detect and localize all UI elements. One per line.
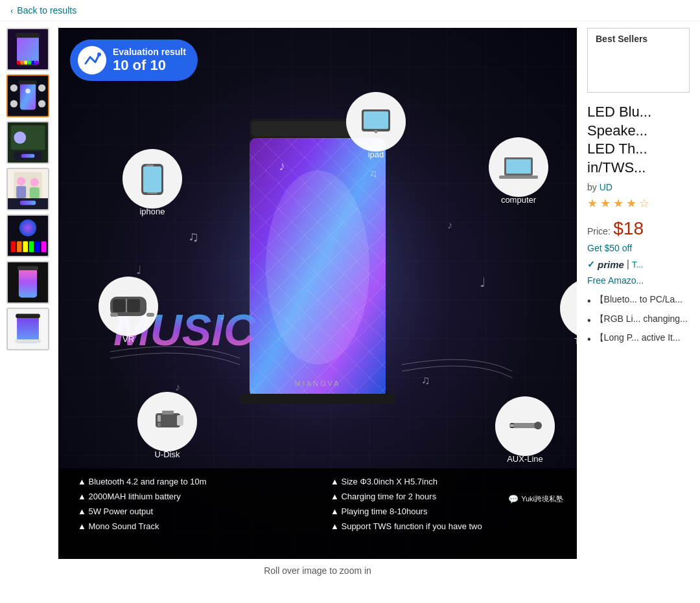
product-title: LED Blu...Speake...LED Th...in/TWS...: [587, 103, 690, 177]
thumbnail-7[interactable]: [6, 308, 49, 350]
svg-rect-37: [35, 241, 40, 252]
thumbnail-3[interactable]: [6, 121, 49, 164]
svg-text:▲  2000MAH lithium battery: ▲ 2000MAH lithium battery: [78, 492, 181, 501]
svg-rect-22: [21, 154, 35, 158]
svg-point-13: [10, 84, 18, 91]
back-to-results-label: Back to results: [17, 5, 76, 16]
svg-rect-33: [11, 241, 16, 252]
star-2: ★: [600, 196, 611, 210]
svg-point-106: [534, 422, 542, 429]
svg-text:iphone: iphone: [139, 207, 165, 216]
svg-text:♪: ♪: [175, 381, 180, 393]
evaluation-label: Evaluation result: [113, 47, 186, 57]
main-content: Evaluation result 10 of 10: [0, 21, 700, 582]
svg-text:♫: ♫: [421, 374, 430, 387]
svg-rect-43: [17, 315, 39, 343]
deal-text[interactable]: Get $50 off: [587, 243, 690, 253]
svg-text:ipad: ipad: [368, 150, 384, 159]
svg-point-26: [30, 178, 39, 187]
svg-rect-101: [158, 415, 161, 422]
free-amazon-text[interactable]: Free Amazo...: [587, 275, 690, 286]
thumbnail-strip: [6, 28, 53, 582]
svg-text:▲  Mono Sound Track: ▲ Mono Sound Track: [78, 521, 159, 531]
svg-point-17: [25, 89, 30, 94]
svg-rect-28: [30, 187, 40, 198]
main-image[interactable]: Evaluation result 10 of 10: [58, 28, 577, 559]
bullet-list: • 【Blueto... to PC/La... • 【RGB Li... ch…: [587, 293, 690, 347]
right-panel: Best Sellers LED Blu...Speake...LED Th..…: [577, 28, 700, 582]
thumbnail-5[interactable]: [6, 214, 49, 257]
brand-link[interactable]: UD: [600, 182, 612, 192]
thumbnail-6[interactable]: [6, 261, 49, 304]
svg-rect-1: [17, 34, 39, 65]
svg-rect-100: [162, 411, 174, 415]
svg-text:♫: ♫: [369, 168, 377, 179]
bullet-item-1: • 【Blueto... to PC/La...: [587, 293, 690, 308]
svg-rect-44: [16, 314, 40, 319]
by-text: by: [587, 182, 597, 192]
by-line: by UD: [587, 182, 690, 192]
svg-text:♪: ♪: [279, 159, 285, 173]
bullet-dot-2: •: [587, 313, 591, 328]
svg-text:▲  Size  Φ3.0inch X H5.7inch: ▲ Size Φ3.0inch X H5.7inch: [331, 477, 438, 486]
svg-rect-12: [19, 81, 37, 85]
svg-text:♩: ♩: [136, 264, 141, 277]
svg-rect-81: [146, 165, 154, 166]
main-image-container: Evaluation result 10 of 10: [58, 28, 577, 582]
svg-rect-86: [127, 299, 140, 312]
svg-text:▲  Bluetooth 4.2 and range to : ▲ Bluetooth 4.2 and range to 10m: [78, 477, 207, 486]
svg-rect-84: [113, 299, 126, 312]
svg-point-15: [10, 100, 18, 108]
svg-point-14: [38, 84, 45, 91]
svg-point-46: [97, 52, 101, 56]
svg-rect-103: [177, 415, 183, 426]
svg-point-25: [17, 177, 25, 185]
back-to-results[interactable]: ‹ Back to results: [0, 0, 700, 21]
svg-rect-41: [18, 266, 38, 271]
prime-row: ✓ prime | T...: [587, 258, 690, 270]
bullet-text-3: 【Long P... active It...: [595, 332, 681, 345]
star-half: ☆: [639, 196, 649, 210]
background-scene: MIANOVA MUSIC ♪ ♫ ♩ ♫ ♪ ♩ ♫ ♪ ♩: [58, 28, 577, 559]
svg-rect-71: [364, 111, 388, 129]
svg-rect-8: [32, 61, 35, 65]
svg-text:♫: ♫: [188, 229, 199, 245]
svg-rect-87: [110, 313, 118, 317]
svg-rect-34: [17, 241, 22, 252]
watermark: 💬 Yuki跨境私塾: [504, 492, 568, 506]
star-4: ★: [626, 196, 636, 210]
svg-text:▲  Support TWS function if you: ▲ Support TWS function if you have two: [331, 521, 482, 531]
svg-rect-108: [509, 424, 515, 427]
star-rating[interactable]: ★ ★ ★ ★ ☆: [587, 196, 690, 210]
svg-text:VR: VR: [122, 334, 134, 344]
svg-text:▲  5W Power output: ▲ 5W Power output: [78, 506, 154, 516]
svg-rect-40: [19, 267, 37, 298]
svg-rect-38: [41, 241, 47, 252]
evaluation-score: 10 of 10: [113, 57, 186, 74]
svg-rect-27: [16, 186, 26, 198]
evaluation-icon: [78, 46, 106, 74]
svg-rect-88: [146, 313, 154, 317]
svg-point-20: [14, 131, 26, 144]
svg-point-32: [19, 220, 36, 236]
thumbnail-1[interactable]: [6, 28, 49, 71]
best-sellers-box: Best Sellers: [587, 28, 690, 93]
svg-rect-7: [28, 61, 31, 65]
bullet-text-2: 【RGB Li... changing...: [595, 313, 688, 326]
prime-extra[interactable]: T...: [632, 260, 643, 269]
svg-rect-75: [506, 159, 531, 174]
svg-rect-11: [20, 82, 36, 109]
prime-check-icon: ✓: [587, 259, 595, 269]
svg-rect-2: [16, 33, 40, 38]
thumbnail-4[interactable]: [6, 168, 49, 210]
watermark-text: Yuki跨境私塾: [521, 494, 563, 504]
svg-rect-80: [147, 192, 158, 194]
svg-rect-6: [24, 61, 27, 65]
svg-text:computer: computer: [501, 195, 537, 205]
svg-rect-79: [143, 166, 161, 192]
svg-point-56: [266, 170, 369, 365]
svg-text:U-Disk: U-Disk: [155, 449, 180, 459]
svg-text:♩: ♩: [480, 275, 485, 290]
thumbnail-2[interactable]: [6, 74, 49, 117]
price-label: Price:: [587, 226, 611, 236]
